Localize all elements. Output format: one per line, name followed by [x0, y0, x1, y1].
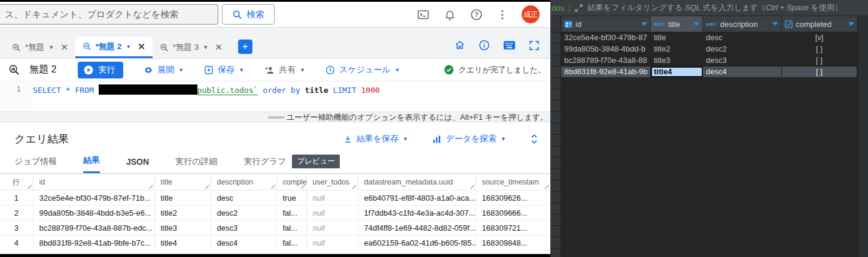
cell-id[interactable]: 8bd831f8-92e8-41ab-9bfe-b7c...	[33, 235, 154, 250]
keyboard-shortcuts-icon[interactable]	[503, 40, 516, 50]
cell-user-todos[interactable]: null	[306, 191, 358, 205]
cell-id[interactable]: 32ce5e4e-bf30-479b-87	[561, 32, 651, 43]
col-header-completed[interactable]: comple	[276, 174, 306, 191]
row-gutter[interactable]	[550, 101, 561, 111]
row-gutter[interactable]	[550, 55, 561, 66]
col-header-description[interactable]: description	[211, 174, 276, 191]
cell-datastream-uuid[interactable]: ea602159-6a02-41d6-b605-f85...	[358, 235, 476, 250]
cell-source-timestamp[interactable]: 168309721...	[476, 220, 550, 235]
tab-json[interactable]: JSON	[126, 150, 149, 173]
grid-empty-row[interactable]	[550, 158, 868, 169]
row-gutter[interactable]	[550, 237, 561, 248]
col-header-title[interactable]: title	[154, 174, 211, 191]
tab-execution-details[interactable]: 実行の詳細	[175, 150, 217, 173]
more-options-icon[interactable]: ⋮	[497, 8, 507, 21]
grid-col-completed[interactable]: completed	[782, 16, 857, 32]
cell-datastream-uuid[interactable]: e6b40791-ef8f-4803-a1a0-aca...	[358, 191, 476, 205]
fullscreen-icon[interactable]	[529, 40, 540, 51]
cell-id[interactable]: 32ce5e4e-bf30-479b-87ef-71b...	[33, 191, 154, 205]
cell-completed[interactable]: [ ]	[782, 66, 857, 77]
column-filter-caret-icon[interactable]	[641, 22, 647, 26]
table-row[interactable]: 4 8bd831f8-92e8-41ab-9bfe-b7c... title4 …	[0, 235, 550, 250]
cell-title[interactable]: title3	[154, 220, 211, 235]
table-row[interactable]: 1 32ce5e4e-bf30-479b-87ef-71b... title d…	[0, 191, 550, 205]
cell-title[interactable]: title	[154, 191, 211, 205]
home-icon[interactable]	[454, 40, 465, 51]
cell-description[interactable]: desc	[211, 191, 276, 205]
row-gutter[interactable]	[550, 112, 561, 123]
cell-source-timestamp[interactable]: 168309666...	[476, 205, 550, 220]
save-menu[interactable]: 保存 ▼	[204, 65, 244, 75]
grid-empty-row[interactable]	[550, 203, 868, 214]
cell-description[interactable]: desc3	[211, 220, 276, 235]
cell-description[interactable]: desc2	[211, 205, 276, 220]
cell-title[interactable]: title	[651, 32, 703, 43]
cell-user-todos[interactable]: null	[306, 205, 358, 220]
cell-id[interactable]: 99da805b-3848-4bdd-b	[561, 44, 651, 55]
grid-row[interactable]: 32ce5e4e-bf30-479b-87 title desc [v]	[550, 32, 868, 44]
cell-user-todos[interactable]: null	[306, 220, 358, 235]
row-gutter[interactable]	[550, 249, 561, 257]
cell-id[interactable]: 99da805b-3848-4bdd-b3e5-e6...	[33, 205, 154, 220]
grid-empty-row[interactable]	[550, 135, 868, 146]
row-gutter[interactable]	[550, 192, 561, 202]
grid-col-description[interactable]: ABC description	[703, 16, 782, 32]
column-resize-handle[interactable]	[148, 184, 153, 189]
tab-results[interactable]: 結果	[83, 150, 100, 173]
tab-close-icon[interactable]: ✕	[60, 42, 68, 53]
cell-completed[interactable]: [v]	[782, 32, 857, 43]
resize-drag-handle[interactable]	[268, 116, 285, 119]
info-icon[interactable]	[479, 40, 490, 51]
tab-execution-graph[interactable]: 実行グラフ	[243, 150, 286, 173]
tab-caret-icon[interactable]: ▼	[126, 44, 131, 50]
notifications-bell-icon[interactable]	[444, 8, 456, 21]
grid-empty-row[interactable]	[550, 78, 868, 89]
cell-datastream-uuid[interactable]: 74df4ff8-1e69-4482-8d82-059f...	[358, 220, 476, 235]
col-header-row-number[interactable]: 行	[0, 174, 33, 191]
cell-title[interactable]: title2	[154, 205, 211, 220]
search-input[interactable]	[0, 10, 218, 20]
col-header-source-timestamp[interactable]: source_timestam	[476, 174, 550, 191]
cloud-shell-icon[interactable]	[417, 8, 430, 21]
grid-empty-row[interactable]	[550, 214, 868, 226]
vertical-scrollbar[interactable]	[857, 16, 868, 257]
cell-user-todos[interactable]: null	[306, 235, 358, 250]
cell-title[interactable]: title2	[651, 44, 703, 55]
row-gutter[interactable]	[550, 169, 561, 180]
row-gutter[interactable]	[550, 180, 561, 191]
cell-title[interactable]: title4	[154, 235, 211, 250]
cell-completed[interactable]: fal...	[276, 220, 306, 235]
search-button[interactable]: 検索	[222, 4, 275, 25]
column-resize-handle[interactable]	[470, 184, 474, 189]
table-row[interactable]: 3 bc288789-f70e-43a8-887b-edc... title3 …	[0, 220, 550, 235]
expand-menu[interactable]: 展開 ▼	[144, 65, 184, 75]
row-gutter[interactable]	[550, 158, 561, 168]
grid-row[interactable]: bc288789-f70e-43a8-88 title3 desc3 [ ]	[550, 55, 868, 66]
column-resize-handle[interactable]	[270, 184, 275, 189]
cell-description[interactable]: desc	[703, 32, 782, 43]
filter-input-hint[interactable]: 結果をフィルタリングする SQL 式を入力します（Ctrl + Space を使…	[587, 2, 842, 13]
grid-empty-row[interactable]	[550, 89, 868, 101]
row-gutter[interactable]	[550, 214, 561, 225]
cell-completed[interactable]: fal...	[276, 205, 306, 220]
column-filter-caret-icon[interactable]	[693, 22, 699, 26]
avatar[interactable]: 成正	[522, 5, 540, 23]
row-gutter[interactable]	[550, 123, 561, 134]
help-icon[interactable]: ?	[470, 8, 483, 21]
tab-caret-icon[interactable]: ▼	[48, 44, 54, 50]
run-query-button[interactable]: 実行	[78, 62, 123, 78]
row-gutter[interactable]	[550, 89, 561, 100]
grid-empty-row[interactable]	[550, 169, 868, 180]
tab-untitled-2-active[interactable]: *無題 2 ▼ ✕	[75, 37, 153, 58]
cell-description[interactable]: desc3	[703, 55, 782, 66]
tab-close-icon[interactable]: ✕	[215, 42, 223, 53]
save-results-menu[interactable]: 結果を保存 ▼	[343, 134, 408, 144]
filter-bar[interactable]: dos | 結果をフィルタリングする SQL 式を入力します（Ctrl + Sp…	[550, 0, 868, 16]
column-resize-handle[interactable]	[205, 184, 209, 189]
cell-source-timestamp[interactable]: 168309626...	[476, 191, 550, 205]
explore-data-menu[interactable]: データを探索 ▼	[432, 134, 506, 144]
column-resize-handle[interactable]	[27, 184, 32, 189]
tab-job-info[interactable]: ジョブ情報	[14, 150, 57, 173]
row-gutter[interactable]	[550, 66, 561, 77]
schedule-menu[interactable]: スケジュール ▼	[325, 65, 400, 75]
